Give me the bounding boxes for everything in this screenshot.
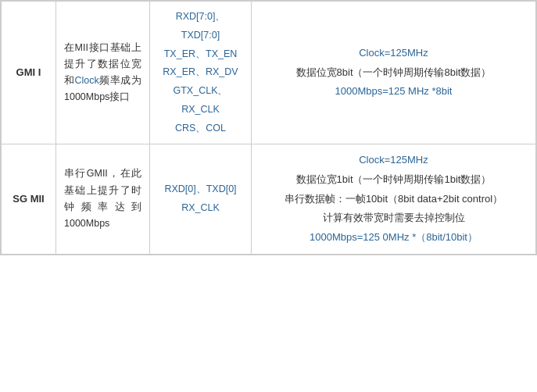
- row-description: 在MII接口基础上提升了数据位宽和Clock频率成为1000Mbps接口: [56, 2, 150, 144]
- row-name: GMI I: [2, 2, 56, 144]
- table-row: GMI I在MII接口基础上提升了数据位宽和Clock频率成为1000Mbps接…: [2, 2, 536, 144]
- row-detail: Clock=125MHz数据位宽8bit（一个时钟周期传输8bit数据）1000…: [252, 2, 536, 144]
- row-detail: Clock=125MHz数据位宽1bit（一个时钟周期传输1bit数据）串行数据…: [252, 144, 536, 254]
- main-table: GMI I在MII接口基础上提升了数据位宽和Clock频率成为1000Mbps接…: [0, 0, 537, 255]
- table-row: SG MII串行GMII，在此基础上提升了时钟频率达到1000MbpsRXD[0…: [2, 144, 536, 254]
- row-signals: RXD[0]、TXD[0]RX_CLK: [150, 144, 252, 254]
- row-signals: RXD[7:0]、TXD[7:0]TX_ER、TX_ENRX_ER、RX_DVG…: [150, 2, 252, 144]
- row-description: 串行GMII，在此基础上提升了时钟频率达到1000Mbps: [56, 144, 150, 254]
- row-name: SG MII: [2, 144, 56, 254]
